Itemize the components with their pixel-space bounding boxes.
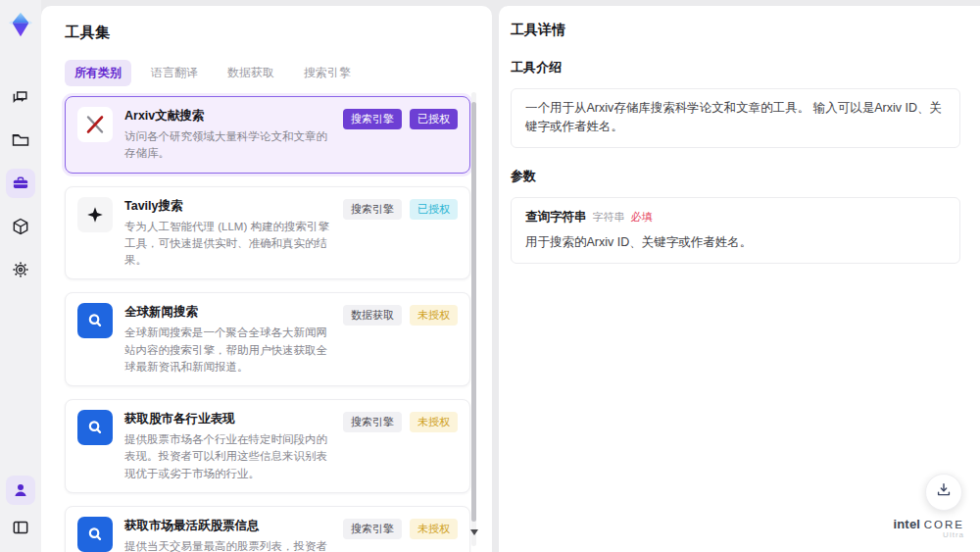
tools-pane: 工具集 所有类别 语言翻译 数据获取 搜索引擎 Arxiv文献搜索 访问各个研究… xyxy=(41,6,492,552)
parameter-description: 用于搜索的Arxiv ID、关键字或作者姓名。 xyxy=(525,233,946,252)
auth-status-badge: 已授权 xyxy=(410,109,458,129)
category-badge: 搜索引擎 xyxy=(343,519,402,539)
category-badge: 搜索引擎 xyxy=(343,109,402,129)
tool-card-global-news[interactable]: 全球新闻搜索 全球新闻搜索是一个聚合全球各大新闻网站内容的搜索引擎，帮助用户快速… xyxy=(65,292,470,386)
tool-intro-text: 一个用于从Arxiv存储库搜索科学论文和文章的工具。 输入可以是Arxiv ID… xyxy=(525,101,942,133)
parameter-header: 查询字符串 字符串 必填 xyxy=(525,208,946,226)
tool-badges: 数据获取 未授权 xyxy=(343,303,458,376)
sidebar-item-files[interactable] xyxy=(6,125,35,155)
tab-data-fetch[interactable]: 数据获取 xyxy=(218,60,284,86)
parameter-type: 字符串 xyxy=(593,209,625,226)
tool-text: Arxiv文献搜索 访问各个研究领域大量科学论文和文章的存储库。 xyxy=(124,107,331,163)
parameter-box: 查询字符串 字符串 必填 用于搜索的Arxiv ID、关键字或作者姓名。 xyxy=(511,197,960,264)
tool-badges: 搜索引擎 未授权 xyxy=(343,517,458,552)
tool-text: 获取市场最活跃股票信息 提供当天交易量最高的股票列表，投资者可以利用这些信息来识… xyxy=(124,517,331,552)
tool-name: 获取股市各行业表现 xyxy=(124,411,331,427)
tool-description: 提供股票市场各个行业在特定时间段内的表现。投资者可以利用这些信息来识别表现优于或… xyxy=(124,431,331,482)
core-logo-text: CORE xyxy=(924,519,964,530)
tool-card-arxiv[interactable]: Arxiv文献搜索 访问各个研究领域大量科学论文和文章的存储库。 搜索引擎 已授… xyxy=(65,96,470,174)
tool-description: 专为人工智能代理 (LLM) 构建的搜索引擎工具，可快速提供实时、准确和真实的结… xyxy=(124,219,331,270)
tool-description: 访问各个研究领域大量科学论文和文章的存储库。 xyxy=(124,128,331,163)
sidebar-item-chat[interactable] xyxy=(6,82,35,112)
ultra-logo-text: Ultra xyxy=(893,531,964,540)
tool-text: Tavily搜索 专为人工智能代理 (LLM) 构建的搜索引擎工具，可快速提供实… xyxy=(124,197,331,270)
toolbox-icon xyxy=(11,174,30,193)
tab-language-translation[interactable]: 语言翻译 xyxy=(141,60,208,86)
tool-card-tavily[interactable]: Tavily搜索 专为人工智能代理 (LLM) 构建的搜索引擎工具，可快速提供实… xyxy=(65,186,470,280)
chat-icon xyxy=(11,87,30,107)
sidebar-item-settings[interactable] xyxy=(6,255,35,284)
tool-detail-pane: 工具详情 工具介绍 一个用于从Arxiv存储库搜索科学论文和文章的工具。 输入可… xyxy=(498,6,980,552)
folder-icon xyxy=(11,130,30,150)
sidebar-item-tools[interactable] xyxy=(6,169,35,198)
tool-card-sector-performance[interactable]: 获取股市各行业表现 提供股票市场各个行业在特定时间段内的表现。投资者可以利用这些… xyxy=(65,399,470,493)
category-badge: 搜索引擎 xyxy=(343,199,402,220)
app-logo xyxy=(4,8,37,41)
tool-description: 全球新闻搜索是一个聚合全球各大新闻网站内容的搜索引擎，帮助用户快速获取全球最新资… xyxy=(124,325,331,376)
auth-status-badge: 未授权 xyxy=(410,305,458,326)
tool-name: 全球新闻搜索 xyxy=(124,304,331,321)
auth-status-badge: 已授权 xyxy=(410,199,458,220)
parameter-name: 查询字符串 xyxy=(525,208,587,226)
tool-text: 全球新闻搜索 全球新闻搜索是一个聚合全球各大新闻网站内容的搜索引擎，帮助用户快速… xyxy=(124,303,331,376)
blue-search-icon xyxy=(77,303,113,338)
sidebar-item-collapse[interactable] xyxy=(6,513,35,542)
sidebar xyxy=(0,0,41,552)
params-heading: 参数 xyxy=(511,168,960,185)
arxiv-logo-icon xyxy=(77,107,113,142)
tool-description: 提供当天交易量最高的股票列表，投资者可以利用这些信息来识别流动性强的股票和潜在的… xyxy=(124,538,331,552)
category-tabs: 所有类别 语言翻译 数据获取 搜索引擎 xyxy=(65,60,470,86)
settings-gear-icon xyxy=(11,260,30,279)
list-scrollbar[interactable] xyxy=(471,92,476,546)
intro-heading: 工具介绍 xyxy=(511,59,960,76)
sparkle-star-icon xyxy=(77,197,113,232)
tool-text: 获取股市各行业表现 提供股票市场各个行业在特定时间段内的表现。投资者可以利用这些… xyxy=(124,410,331,482)
download-icon xyxy=(934,480,954,504)
tool-card-most-active-stocks[interactable]: 获取市场最活跃股票信息 提供当天交易量最高的股票列表，投资者可以利用这些信息来识… xyxy=(65,506,470,552)
tool-badges: 搜索引擎 未授权 xyxy=(343,410,458,482)
tool-badges: 搜索引擎 已授权 xyxy=(343,197,458,270)
user-icon xyxy=(12,481,29,499)
page-title: 工具集 xyxy=(65,24,470,42)
sidebar-item-models[interactable] xyxy=(6,212,35,241)
detail-title: 工具详情 xyxy=(511,22,960,39)
intel-logo-text: intel xyxy=(893,517,920,531)
scrollbar-thumb[interactable] xyxy=(471,102,476,522)
blue-search-icon xyxy=(77,410,113,445)
panel-toggle-icon xyxy=(11,518,30,537)
tool-intro-box: 一个用于从Arxiv存储库搜索科学论文和文章的工具。 输入可以是Arxiv ID… xyxy=(511,88,960,148)
tool-badges: 搜索引擎 已授权 xyxy=(343,107,458,163)
cube-icon xyxy=(11,217,30,236)
auth-status-badge: 未授权 xyxy=(410,519,458,539)
auth-status-badge: 未授权 xyxy=(410,412,458,432)
tab-search-engine[interactable]: 搜索引擎 xyxy=(294,60,361,86)
category-badge: 数据获取 xyxy=(343,305,402,326)
download-button[interactable] xyxy=(925,474,962,511)
tool-name: Tavily搜索 xyxy=(124,198,331,215)
tab-all-categories[interactable]: 所有类别 xyxy=(65,60,131,86)
intel-core-logo: intel CORE Ultra xyxy=(893,518,964,540)
scroll-down-arrow-icon[interactable] xyxy=(470,529,478,535)
sidebar-item-account[interactable] xyxy=(6,476,35,505)
tool-name: 获取市场最活跃股票信息 xyxy=(124,518,331,534)
parameter-required-flag: 必填 xyxy=(631,209,653,226)
blue-search-icon xyxy=(77,517,113,552)
category-badge: 搜索引擎 xyxy=(343,412,402,432)
tool-list: Arxiv文献搜索 访问各个研究领域大量科学论文和文章的存储库。 搜索引擎 已授… xyxy=(65,96,470,552)
tool-name: Arxiv文献搜索 xyxy=(124,108,331,125)
